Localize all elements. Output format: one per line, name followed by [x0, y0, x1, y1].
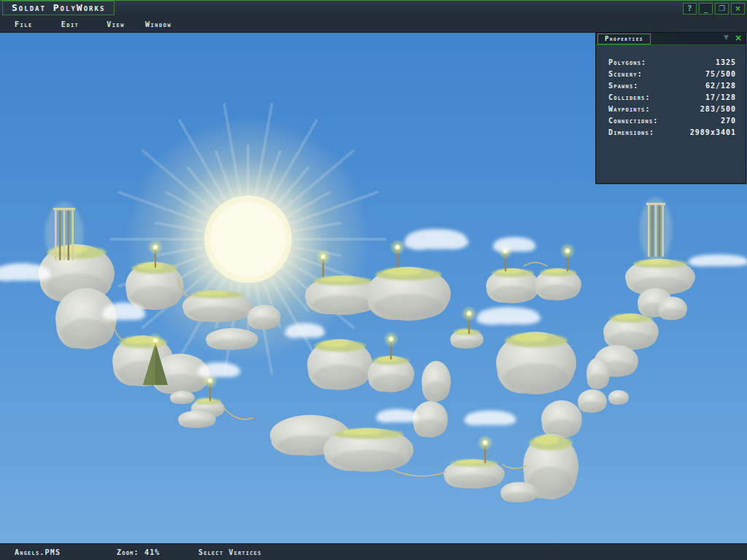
property-value: 283/500 — [700, 105, 736, 113]
property-value: 62/128 — [705, 82, 736, 90]
property-label: Polygons: — [608, 58, 646, 66]
property-row-connections: Connections: 270 — [596, 114, 746, 126]
island-polygon[interactable] — [486, 268, 540, 303]
island-polygon[interactable] — [608, 390, 629, 405]
menu-item-file[interactable]: File — [15, 20, 33, 28]
close-icon: × — [735, 4, 740, 13]
window-titlebar: Soldat PolyWorks ? _ ❐ × — [0, 0, 747, 16]
panel-close-button[interactable]: × — [735, 33, 742, 43]
property-label: Spawns: — [608, 82, 639, 90]
window-controls: ? _ ❐ × — [683, 3, 745, 15]
property-row-waypoints: Waypoints: 283/500 — [596, 103, 746, 114]
island-polygon[interactable] — [444, 459, 505, 489]
property-label: Waypoints: — [608, 105, 651, 113]
property-value: 1325 — [716, 58, 736, 66]
property-value: 270 — [721, 117, 736, 125]
menu-item-edit[interactable]: Edit — [61, 20, 80, 28]
island-polygon[interactable] — [247, 305, 281, 330]
property-value: 2989x3401 — [690, 128, 736, 136]
properties-panel-body: Polygons: 1325 Scenery: 75/500 Spawns: 6… — [596, 45, 746, 138]
property-label: Connections: — [608, 117, 659, 125]
pillar-scenery[interactable] — [45, 203, 83, 265]
properties-panel-title: Properties — [597, 34, 651, 44]
properties-panel-header[interactable]: Properties ▼ × — [596, 33, 746, 45]
app-title: Soldat PolyWorks — [2, 1, 115, 15]
rope-bridge[interactable] — [524, 262, 547, 266]
status-zoom: Zoom: 41% — [117, 544, 160, 560]
close-button[interactable]: × — [731, 3, 745, 15]
chevron-down-icon: ▼ — [724, 34, 729, 41]
torch-scenery[interactable] — [560, 243, 576, 271]
cloud-scenery[interactable] — [688, 254, 747, 266]
island-polygon[interactable] — [170, 391, 195, 404]
restore-button[interactable]: ❐ — [715, 3, 729, 15]
torch-scenery[interactable] — [147, 332, 163, 349]
property-row-colliders: Colliders: 17/128 — [596, 91, 746, 103]
menu-item-window[interactable]: Window — [145, 20, 171, 28]
properties-panel: Properties ▼ × Polygons: 1325 Scenery: 7… — [595, 32, 746, 184]
property-row-scenery: Scenery: 75/500 — [596, 68, 746, 79]
island-polygon[interactable] — [178, 411, 216, 428]
pillar-scenery[interactable] — [640, 198, 672, 262]
minimize-icon: _ — [704, 4, 708, 13]
cloud-scenery[interactable] — [464, 411, 516, 426]
restore-icon: ❐ — [719, 4, 725, 13]
island-polygon[interactable] — [125, 262, 184, 310]
property-label: Dimensions: — [608, 128, 654, 136]
island-polygon[interactable] — [587, 357, 610, 389]
cloud-scenery[interactable] — [493, 237, 536, 252]
island-polygon[interactable] — [182, 290, 252, 322]
property-row-dimensions: Dimensions: 2989x3401 — [596, 126, 746, 138]
property-row-spawns: Spawns: 62/128 — [596, 79, 746, 91]
rope-bridge[interactable] — [222, 407, 253, 419]
status-filename: Angels.PMS — [15, 544, 61, 560]
torch-scenery[interactable] — [477, 435, 493, 463]
island-polygon[interactable] — [658, 297, 687, 320]
property-row-polygons: Polygons: 1325 — [596, 56, 746, 68]
rope-bridge[interactable] — [389, 468, 446, 476]
status-tool: Select Vertices — [198, 544, 262, 560]
property-value: 75/500 — [705, 70, 736, 78]
menu-item-view[interactable]: View — [107, 20, 125, 28]
menubar: File Edit View Window — [0, 16, 747, 33]
island-polygon[interactable] — [535, 268, 581, 300]
island-polygon[interactable] — [450, 329, 484, 349]
close-icon: × — [735, 33, 742, 43]
rope-bridge[interactable] — [502, 464, 527, 469]
island-polygon[interactable] — [366, 267, 451, 321]
torch-scenery[interactable] — [390, 239, 406, 268]
island-polygon[interactable] — [323, 428, 414, 472]
app-window: Soldat PolyWorks ? _ ❐ × File Edit View … — [0, 0, 747, 560]
torch-scenery[interactable] — [383, 331, 399, 359]
island-polygon[interactable] — [496, 332, 576, 394]
island-polygon[interactable] — [603, 314, 659, 350]
help-icon: ? — [688, 4, 692, 13]
island-polygon[interactable] — [578, 389, 607, 413]
property-label: Scenery: — [608, 70, 643, 78]
island-polygon[interactable] — [368, 356, 414, 392]
island-polygon[interactable] — [541, 400, 582, 438]
island-polygon[interactable] — [422, 361, 451, 402]
island-polygon[interactable] — [206, 328, 258, 350]
cloud-scenery[interactable] — [476, 307, 541, 325]
island-polygon[interactable] — [500, 482, 538, 502]
cloud-scenery[interactable] — [376, 409, 419, 422]
help-button[interactable]: ? — [683, 3, 697, 15]
island-polygon[interactable] — [307, 339, 373, 390]
property-label: Colliders: — [608, 93, 651, 101]
panel-collapse-button[interactable]: ▼ — [724, 34, 729, 41]
property-value: 17/128 — [705, 93, 736, 101]
minimize-button[interactable]: _ — [699, 3, 713, 15]
statusbar: Angels.PMS Zoom: 41% Select Vertices — [0, 543, 747, 560]
cloud-scenery[interactable] — [404, 229, 468, 250]
